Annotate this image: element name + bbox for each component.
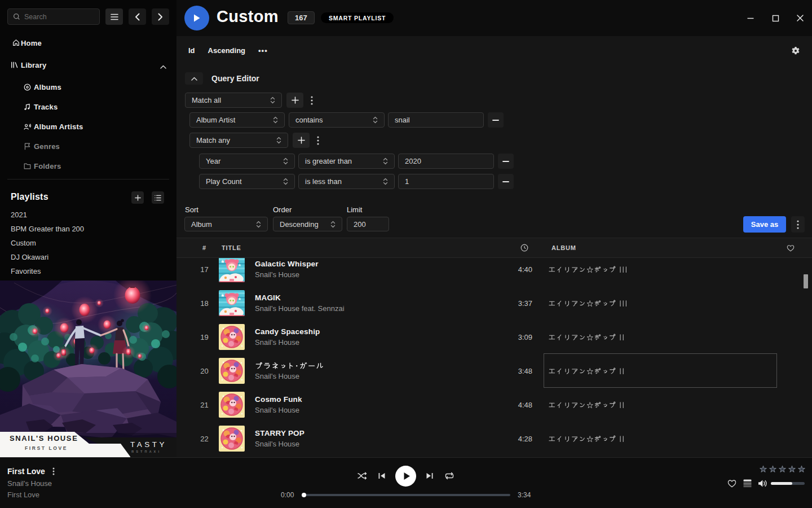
- track-album[interactable]: エイリアン☆ポップ III: [548, 286, 779, 320]
- window-minimize-button[interactable]: [745, 12, 756, 24]
- table-row[interactable]: 22 STARRY POP Snail's House 4:28 エイリアン☆ポ…: [176, 422, 812, 456]
- sidebar-item-home[interactable]: Home: [0, 36, 176, 50]
- playlist-item[interactable]: Favorites: [11, 264, 163, 278]
- seek-handle[interactable]: [302, 493, 306, 497]
- column-header-index[interactable]: #: [192, 238, 217, 257]
- add-rule-button[interactable]: [286, 93, 303, 108]
- star-icon[interactable]: [788, 465, 796, 473]
- track-duration: 3:48: [476, 354, 532, 388]
- nested-rule-value-input[interactable]: 2020: [398, 154, 494, 169]
- playlist-item[interactable]: Custom: [11, 236, 163, 250]
- favorite-button[interactable]: [727, 479, 736, 488]
- remove-rule-button[interactable]: [488, 112, 504, 128]
- star-icon[interactable]: [778, 465, 787, 473]
- nested-rule-field-select[interactable]: Play Count: [199, 174, 295, 189]
- track-album[interactable]: エイリアン☆ポップ III: [548, 258, 779, 286]
- window-maximize-button[interactable]: [770, 12, 781, 24]
- app-menu-button[interactable]: [105, 8, 123, 25]
- search-box[interactable]: [7, 8, 100, 25]
- next-track-button[interactable]: [424, 470, 435, 481]
- rule-field-select[interactable]: Album Artist: [189, 112, 285, 128]
- group-options-button[interactable]: [308, 93, 316, 108]
- star-icon[interactable]: [769, 465, 777, 473]
- nested-rule-operator-select[interactable]: is greater than: [298, 154, 395, 169]
- row-index: 17: [192, 258, 217, 286]
- playlist-list-options-button[interactable]: [152, 191, 164, 204]
- rule-operator-select[interactable]: contains: [289, 112, 385, 128]
- table-row[interactable]: 18 MAGIK Snail's House feat. Sennzai 3:3…: [176, 286, 812, 320]
- star-icon[interactable]: [759, 465, 767, 473]
- volume-button[interactable]: [758, 479, 768, 488]
- save-as-button[interactable]: Save as: [743, 216, 786, 233]
- sort-select[interactable]: Album: [184, 217, 268, 231]
- table-row[interactable]: 19 Candy Spaceship Snail's House 3:09 エイ…: [176, 320, 812, 354]
- shuffle-button[interactable]: [356, 470, 368, 481]
- sidebar-item-folders[interactable]: Folders: [0, 159, 176, 173]
- column-header-album[interactable]: ALBUM: [551, 238, 576, 257]
- nested-group-options-button[interactable]: [314, 133, 322, 148]
- sidebar-item-label: Tracks: [34, 103, 58, 111]
- playlist-item[interactable]: BPM Greater than 200: [11, 222, 163, 236]
- time-elapsed: 0:00: [281, 491, 294, 499]
- track-album[interactable]: エイリアン☆ポップ II: [548, 422, 779, 456]
- volume-slider[interactable]: [771, 482, 805, 485]
- play-playlist-button[interactable]: [184, 6, 209, 30]
- column-header-duration[interactable]: [520, 238, 528, 257]
- limit-input[interactable]: 200: [347, 217, 389, 231]
- playlist-item[interactable]: DJ Okawari: [11, 250, 163, 264]
- row-index: 20: [192, 354, 217, 388]
- sidebar-item-tracks[interactable]: Tracks: [0, 99, 176, 114]
- sidebar-item-genres[interactable]: Genres: [0, 139, 176, 154]
- rating-stars[interactable]: [759, 465, 806, 473]
- create-playlist-button[interactable]: [131, 191, 144, 204]
- seek-slider[interactable]: [302, 494, 510, 496]
- remove-nested-rule-button[interactable]: [498, 174, 514, 189]
- track-title: MAGIK: [255, 293, 492, 303]
- now-playing-artwork[interactable]: TASTY ЯSTΠΛXI SNAIL'S HOUSE FIRST LOVE: [0, 281, 176, 457]
- nested-match-type-select[interactable]: Match any: [189, 133, 288, 148]
- scrollbar-thumb[interactable]: [804, 274, 808, 288]
- play-pause-button[interactable]: [395, 466, 416, 487]
- search-input[interactable]: [24, 13, 86, 21]
- window-close-button[interactable]: [795, 12, 806, 24]
- column-header-title[interactable]: TITLE: [222, 238, 241, 257]
- nav-forward-button[interactable]: [152, 8, 169, 25]
- table-row[interactable]: 21 Cosmo Funk Snail's House 4:48 エイリアン☆ポ…: [176, 388, 812, 422]
- page-title: Custom: [217, 7, 279, 26]
- star-icon[interactable]: [797, 465, 806, 473]
- sort-field-button[interactable]: Id: [188, 46, 195, 55]
- table-row[interactable]: 17 Galactic Whisper Snail's House 4:40 エ…: [176, 258, 812, 286]
- rule-value-input[interactable]: snail: [388, 112, 484, 128]
- table-row[interactable]: 20 プラネット・ガール Snail's House 3:48 エイリアン☆ポッ…: [176, 354, 812, 388]
- sidebar-item-album-artists[interactable]: Album Artists: [0, 119, 176, 134]
- nested-rule-value-input[interactable]: 1: [398, 174, 494, 189]
- nav-back-button[interactable]: [129, 8, 146, 25]
- settings-gear-button[interactable]: [791, 46, 800, 55]
- more-options-button[interactable]: •••: [258, 46, 268, 55]
- repeat-button[interactable]: [444, 470, 455, 481]
- track-album[interactable]: エイリアン☆ポップ II: [548, 388, 779, 422]
- now-playing-album[interactable]: First Love: [7, 491, 39, 499]
- track-options-kebab-icon[interactable]: [52, 467, 55, 475]
- query-options-button[interactable]: [791, 216, 805, 233]
- track-album[interactable]: エイリアン☆ポップ II: [548, 320, 779, 354]
- column-header-favorite[interactable]: [787, 238, 795, 257]
- now-playing-artist[interactable]: Snail's House: [7, 479, 52, 488]
- nested-rule-operator-select[interactable]: is less than: [298, 174, 395, 189]
- order-select[interactable]: Descending: [273, 217, 342, 231]
- nested-rule-field-select[interactable]: Year: [199, 154, 295, 169]
- query-editor-collapse-button[interactable]: [185, 72, 203, 85]
- match-type-select[interactable]: Match all: [185, 93, 282, 108]
- remove-nested-rule-button[interactable]: [498, 154, 514, 169]
- add-nested-rule-button[interactable]: [293, 133, 310, 148]
- select-value: Play Count: [206, 177, 242, 186]
- previous-track-button[interactable]: [376, 470, 387, 481]
- track-artist: Snail's House: [255, 270, 492, 279]
- sidebar-item-library[interactable]: Library: [0, 58, 176, 72]
- playlist-item[interactable]: 2021: [11, 208, 163, 222]
- sidebar-item-albums[interactable]: Albums: [0, 80, 176, 94]
- collapse-library-icon[interactable]: [160, 62, 166, 71]
- time-total: 3:34: [518, 491, 531, 499]
- queue-button[interactable]: [743, 479, 752, 487]
- sort-direction-button[interactable]: Ascending: [208, 46, 245, 55]
